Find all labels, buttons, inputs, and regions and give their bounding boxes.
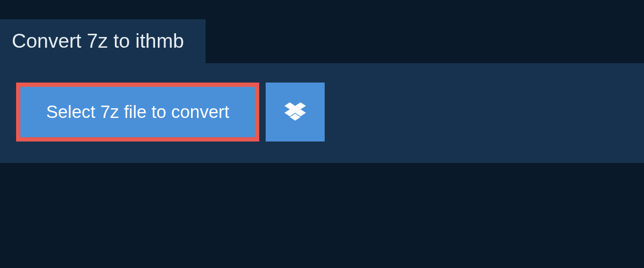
dropbox-icon	[284, 102, 306, 122]
tab-header: Convert 7z to ithmb	[0, 19, 206, 63]
converter-panel: Select 7z file to convert	[0, 63, 644, 163]
select-file-button[interactable]: Select 7z file to convert	[16, 83, 259, 142]
button-row: Select 7z file to convert	[16, 83, 628, 142]
dropbox-button[interactable]	[266, 83, 325, 142]
page-title: Convert 7z to ithmb	[12, 30, 184, 53]
select-file-label: Select 7z file to convert	[46, 102, 229, 122]
